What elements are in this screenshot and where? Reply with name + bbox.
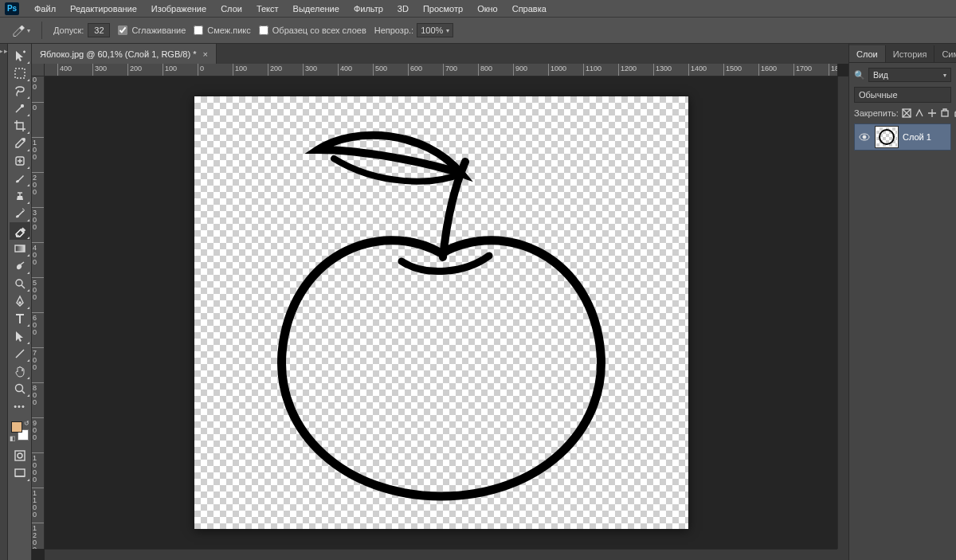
vertical-ruler[interactable]: 1000100200300400500600700800900100011001… — [32, 64, 45, 549]
foreground-color-swatch[interactable] — [11, 421, 22, 433]
opacity-field: Непрозр.: 100% ▾ — [374, 23, 453, 37]
menu-bar: Ps Файл Редактирование Изображение Слои … — [0, 0, 956, 17]
contiguous-input[interactable] — [194, 25, 203, 35]
all-layers-label: Образец со всех слоев — [272, 25, 366, 35]
panel-tab-history[interactable]: История — [886, 45, 935, 62]
panel-expand-strip[interactable]: ▸▸ — [0, 44, 8, 560]
toolbox: •••↺◧ — [8, 44, 32, 560]
svg-point-10 — [18, 453, 22, 458]
layer-filter-kind[interactable]: Вид ▾ — [868, 68, 951, 82]
brush-tool[interactable] — [10, 170, 30, 187]
menu-edit[interactable]: Редактирование — [63, 2, 144, 16]
horizontal-ruler[interactable]: 4003002001000100200300400500600700800900… — [45, 64, 837, 76]
close-icon[interactable]: × — [202, 49, 207, 59]
layer-thumbnail[interactable] — [876, 127, 898, 147]
contiguous-checkbox[interactable]: Смеж.пикс — [194, 25, 250, 35]
screen-mode-button[interactable] — [10, 464, 30, 482]
blend-mode-select[interactable]: Обычные — [854, 87, 951, 103]
svg-point-5 — [16, 280, 22, 286]
marquee-tool[interactable] — [10, 65, 30, 82]
right-panels: Слои История Символ 🔍 Вид ▾ Обычные Закр… — [848, 44, 956, 560]
blend-mode-value: Обычные — [859, 90, 898, 100]
document-tab-strip: Яблоко.jpg @ 60,1% (Слой 1, RGB/8) * × — [32, 44, 848, 64]
dodge-tool[interactable] — [10, 275, 30, 292]
menu-3d[interactable]: 3D — [390, 2, 416, 16]
move-tool[interactable] — [10, 47, 30, 65]
svg-rect-0 — [15, 69, 25, 78]
quick-mask-button[interactable] — [10, 447, 30, 464]
all-layers-input[interactable] — [259, 25, 268, 35]
lock-pixels-icon[interactable] — [915, 108, 924, 119]
canvas-viewport[interactable] — [45, 76, 837, 549]
svg-point-8 — [15, 385, 22, 392]
svg-rect-3 — [20, 227, 25, 233]
document-area: Яблоко.jpg @ 60,1% (Слой 1, RGB/8) * × 4… — [32, 44, 848, 560]
antialias-input[interactable] — [118, 25, 127, 35]
horizontal-scrollbar[interactable] — [45, 549, 837, 560]
eyedropper-tool[interactable] — [10, 135, 30, 152]
opacity-input[interactable]: 100% ▾ — [417, 23, 453, 37]
smudge-tool[interactable] — [10, 257, 30, 275]
menu-layers[interactable]: Слои — [214, 2, 249, 16]
svg-point-16 — [863, 135, 866, 139]
lock-position-icon[interactable] — [927, 108, 937, 119]
panel-tab-layers[interactable]: Слои — [849, 45, 886, 62]
ruler-corner — [32, 64, 45, 76]
eraser-tool[interactable] — [10, 222, 30, 240]
path-select-tool[interactable] — [10, 327, 30, 345]
vertical-scrollbar[interactable] — [837, 76, 848, 549]
healing-brush-tool[interactable] — [10, 152, 30, 170]
tolerance-field: Допуск: — [53, 23, 110, 37]
layers-panel: 🔍 Вид ▾ Обычные Закрепить: Слой — [849, 63, 956, 560]
svg-rect-13 — [942, 111, 948, 116]
clone-stamp-tool[interactable] — [10, 187, 30, 205]
antialias-checkbox[interactable]: Сглаживание — [118, 25, 186, 35]
menu-image[interactable]: Изображение — [144, 2, 214, 16]
layer-row[interactable]: Слой 1 — [854, 123, 951, 151]
search-icon: 🔍 — [854, 70, 865, 80]
lock-row: Закрепить: — [854, 108, 951, 119]
document-tab[interactable]: Яблоко.jpg @ 60,1% (Слой 1, RGB/8) * × — [32, 44, 217, 64]
pen-tool[interactable] — [10, 292, 30, 310]
menu-filter[interactable]: Фильтр — [347, 2, 390, 16]
color-swatches[interactable]: ↺◧ — [10, 420, 30, 442]
zoom-tool[interactable] — [10, 380, 30, 397]
type-tool[interactable] — [10, 310, 30, 327]
svg-rect-4 — [15, 245, 25, 252]
canvas[interactable] — [194, 96, 688, 529]
chevron-down-icon: ▾ — [446, 27, 449, 34]
menu-view[interactable]: Просмотр — [416, 2, 470, 16]
crop-tool[interactable] — [10, 117, 30, 135]
all-layers-checkbox[interactable]: Образец со всех слоев — [259, 25, 366, 35]
magic-wand-tool[interactable] — [10, 100, 30, 117]
scroll-corner — [837, 549, 848, 560]
app-logo: Ps — [5, 2, 19, 15]
line-tool[interactable] — [10, 345, 30, 362]
opacity-value: 100% — [421, 25, 443, 35]
chevron-down-icon: ▾ — [943, 72, 946, 79]
hand-tool[interactable] — [10, 362, 30, 380]
lock-all-icon[interactable] — [953, 108, 956, 119]
edit-toolbar-button[interactable]: ••• — [10, 397, 30, 415]
menu-file[interactable]: Файл — [27, 2, 63, 16]
separator — [41, 22, 42, 39]
panel-tab-character[interactable]: Символ — [934, 45, 956, 62]
history-brush-tool[interactable] — [10, 205, 30, 222]
swap-colors-icon[interactable]: ↺ — [24, 420, 29, 427]
lock-transparent-icon[interactable] — [902, 108, 911, 119]
menu-help[interactable]: Справка — [505, 2, 554, 16]
menu-select[interactable]: Выделение — [286, 2, 347, 16]
visibility-icon[interactable] — [858, 131, 871, 143]
antialias-label: Сглаживание — [131, 25, 186, 35]
menu-window[interactable]: Окно — [470, 2, 505, 16]
contiguous-label: Смеж.пикс — [207, 25, 250, 35]
current-tool-icon[interactable]: ▾ — [11, 22, 30, 39]
gradient-tool[interactable] — [10, 240, 30, 257]
layer-name[interactable]: Слой 1 — [903, 132, 931, 142]
menu-text[interactable]: Текст — [249, 2, 286, 16]
tolerance-input[interactable] — [88, 23, 110, 37]
lasso-tool[interactable] — [10, 82, 30, 100]
default-colors-icon[interactable]: ◧ — [10, 435, 16, 442]
lock-artboard-icon[interactable] — [940, 108, 950, 119]
opacity-label: Непрозр.: — [374, 25, 413, 35]
